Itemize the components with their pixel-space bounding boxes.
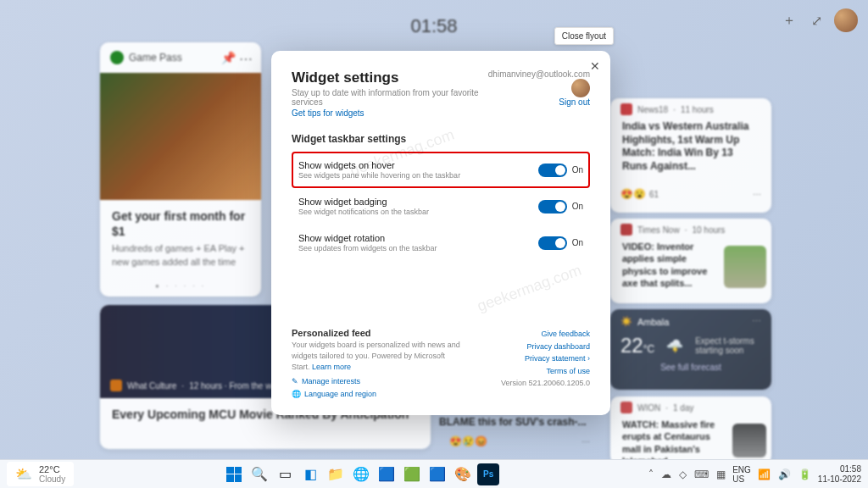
onedrive-icon[interactable]: ☁ <box>661 469 671 480</box>
top-right-controls: ＋ ⤢ <box>780 8 858 32</box>
top-clock: 01:58 <box>410 15 457 37</box>
terms-link[interactable]: Terms of use <box>501 365 590 377</box>
taskview-icon[interactable]: ▭ <box>274 463 296 485</box>
weather-cond: Expect t-storms starting soon <box>695 336 761 355</box>
tb-temp: 22°C <box>39 464 65 474</box>
tile-video[interactable]: Times Now· 10 hours VIDEO: Inventor appl… <box>610 219 771 303</box>
expand-icon[interactable]: ⤢ <box>807 11 826 30</box>
language-switch[interactable]: ENG US <box>732 465 751 484</box>
user-avatar[interactable] <box>834 8 858 32</box>
tile-meta: 11 hours <box>681 105 714 114</box>
photoshop-icon[interactable]: Ps <box>477 463 499 485</box>
weather-temp: 22 <box>620 334 643 357</box>
forecast-link[interactable]: See full forecast <box>610 358 771 377</box>
source-icon <box>620 402 632 413</box>
account-email: dhimanviney@outlook.com <box>488 69 590 79</box>
location-icon[interactable]: ◇ <box>679 469 687 480</box>
taskbar-clock[interactable]: 01:58 11-10-2022 <box>818 464 861 485</box>
tile-title: Get your first month for $1 <box>112 208 249 239</box>
toggle-state: On <box>572 165 583 175</box>
widgets-icon[interactable]: ◧ <box>299 463 321 485</box>
paint-icon[interactable]: 🎨 <box>452 463 474 485</box>
tile-meta: 1 day <box>673 403 693 413</box>
tray-chevron-icon[interactable]: ˄ <box>648 469 654 480</box>
more-icon[interactable]: ⋯ <box>239 51 253 67</box>
reaction-icon[interactable]: 😍😮 <box>620 188 646 200</box>
dialog-title: Widget settings <box>292 69 481 86</box>
tray-icon[interactable]: ▦ <box>716 469 726 480</box>
cloud-icon: ⛅ <box>15 466 32 482</box>
feedback-link[interactable]: Give feedback <box>501 328 590 340</box>
setting-label: Show widget rotation <box>298 233 437 243</box>
toggle-rotation[interactable] <box>538 236 567 250</box>
volume-icon[interactable]: 🔊 <box>778 469 791 480</box>
tile-meta: 12 hours · From the web <box>189 381 281 391</box>
edge-icon[interactable]: 🌐 <box>350 463 372 485</box>
tile-weather[interactable]: ☀️ Ambala ⋯ 22°C 🌩️ Expect t-storms star… <box>610 309 771 390</box>
tile-title: India vs Western Australia Highlights, 1… <box>622 120 760 173</box>
tile-header: Game Pass <box>100 42 261 73</box>
tile-cricket[interactable]: News18· 11 hours India vs Western Austra… <box>610 98 771 213</box>
source-icon <box>620 103 632 115</box>
storm-icon: 🌩️ <box>666 338 683 354</box>
pencil-icon: ✎ <box>292 375 298 387</box>
more-icon[interactable]: ⋯ <box>753 190 761 199</box>
section-heading: Widget taskbar settings <box>292 133 590 145</box>
reaction-icon[interactable]: 😍😢😡 <box>449 435 487 447</box>
manage-interests-link[interactable]: ✎Manage interests <box>292 375 461 387</box>
pin-icon[interactable]: 📌 <box>221 51 236 64</box>
wifi-icon[interactable]: 📶 <box>758 469 771 480</box>
setting-desc: See widgets pane while hovering on the t… <box>298 171 460 180</box>
more-icon[interactable]: ⋯ <box>752 316 761 327</box>
setting-show-on-hover: Show widgets on hover See widgets pane w… <box>292 152 590 188</box>
privacy-statement-link[interactable]: Privacy statement › <box>501 352 590 364</box>
toggle-badging[interactable] <box>538 200 567 214</box>
start-button[interactable] <box>223 463 245 485</box>
source-icon <box>620 224 632 236</box>
search-icon[interactable]: 🔍 <box>248 463 270 485</box>
signout-link[interactable]: Sign out <box>559 97 590 107</box>
close-tooltip: Close flyout <box>554 27 614 45</box>
learn-more-link[interactable]: Learn more <box>312 363 351 371</box>
carousel-dots[interactable]: ● · · · · · <box>100 277 261 295</box>
keyboard-icon[interactable]: ⌨ <box>694 469 709 480</box>
tile-fire[interactable]: WION· 1 day WATCH: Massive fire erupts a… <box>610 396 771 464</box>
taskbar: ⛅ 22°C Cloudy 🔍 ▭ ◧ 📁 🌐 🟦 🟩 🟦 🎨 Ps ˄ ☁ ◇… <box>0 459 868 488</box>
app1-icon[interactable]: 🟦 <box>376 463 398 485</box>
setting-rotation: Show widget rotation See updates from wi… <box>292 225 590 261</box>
tile-source: WION <box>637 403 660 413</box>
reaction-count: 61 <box>649 190 659 199</box>
setting-desc: See updates from widgets on the taskbar <box>298 244 437 252</box>
add-icon[interactable]: ＋ <box>780 11 798 30</box>
toggle-hover[interactable] <box>538 164 567 177</box>
more-icon[interactable]: ⋯ <box>581 437 590 446</box>
word-icon[interactable]: 🟦 <box>426 463 448 485</box>
language-region-link[interactable]: 🌐Language and region <box>292 388 461 400</box>
tile-thumb <box>724 246 766 288</box>
source-icon <box>110 380 122 391</box>
taskbar-right: ˄ ☁ ◇ ⌨ ▦ ENG US 📶 🔊 🔋 01:58 11-10-2022 <box>648 464 861 485</box>
tile-gamepass[interactable]: Game Pass 📌 ⋯ Get your first month for $… <box>100 42 261 297</box>
tips-link[interactable]: Get tips for widgets <box>292 108 481 118</box>
toggle-state: On <box>572 202 583 211</box>
setting-desc: See widget notifications on the taskbar <box>298 208 429 216</box>
tile-image <box>100 73 261 200</box>
tb-cond: Cloudy <box>39 474 65 484</box>
app2-icon[interactable]: 🟩 <box>401 463 423 485</box>
globe-icon: 🌐 <box>292 388 301 400</box>
account-avatar[interactable] <box>571 79 590 97</box>
taskbar-center: 🔍 ▭ ◧ 📁 🌐 🟦 🟩 🟦 🎨 Ps <box>223 463 499 485</box>
taskbar-weather[interactable]: ⛅ 22°C Cloudy <box>7 462 74 486</box>
privacy-dashboard-link[interactable]: Privacy dashboard <box>501 341 590 352</box>
close-button[interactable]: ✕ <box>590 59 600 73</box>
setting-badging: Show widget badging See widget notificat… <box>292 188 590 225</box>
xbox-icon <box>110 51 124 64</box>
pf-desc: Your widgets board is personalized with … <box>292 340 461 372</box>
toggle-state: On <box>572 238 583 247</box>
explorer-icon[interactable]: 📁 <box>325 463 347 485</box>
tile-thumb <box>732 424 766 458</box>
tile-source: What Culture <box>127 381 176 391</box>
setting-label: Show widgets on hover <box>298 160 460 170</box>
dialog-subtitle: Stay up to date with information from yo… <box>292 88 481 107</box>
battery-icon[interactable]: 🔋 <box>798 469 811 480</box>
